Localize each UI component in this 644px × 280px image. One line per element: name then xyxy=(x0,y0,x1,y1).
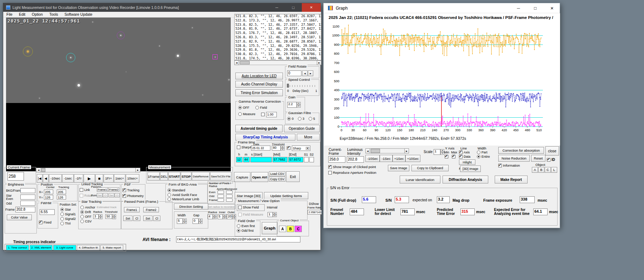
second-start-field[interactable] xyxy=(250,157,272,162)
field-rotate-value[interactable]: 0 xyxy=(287,70,301,76)
fwhm-fixed-checkbox[interactable]: Fixed xyxy=(39,221,51,224)
position-set-radio-icon[interactable] xyxy=(60,217,64,221)
object-button-b[interactable]: B xyxy=(538,167,544,173)
field-order-radio-icon[interactable] xyxy=(237,224,240,228)
playback-button-6[interactable]: ■ xyxy=(95,174,103,183)
frame-slider[interactable] xyxy=(36,168,140,172)
playback-button-4[interactable]: -1Fr xyxy=(74,174,83,183)
object-button-a[interactable]: A xyxy=(532,167,538,173)
maximize-button[interactable]: □ xyxy=(527,3,544,13)
checkbox-icon[interactable] xyxy=(238,213,242,216)
pixels-aperture-field[interactable] xyxy=(218,195,224,198)
playback-button-7[interactable]: 1Fr+ xyxy=(104,174,114,183)
tracking-threshold-spinner[interactable]: 50▲▼ xyxy=(105,214,116,219)
tracking-radius-spinner[interactable]: 3▲▼ xyxy=(93,214,103,219)
nav-button--10sec[interactable]: -10Sec xyxy=(365,155,380,162)
value[interactable]: 20 xyxy=(227,214,232,219)
id-checkbox[interactable]: ID xyxy=(547,158,555,162)
star-tracking-option-off[interactable]: OFF xyxy=(80,215,91,218)
gamma-value-field[interactable]: 1.00 xyxy=(266,112,277,117)
measure-button-savetocsv-file[interactable]: SaveToCSV-File xyxy=(210,172,231,181)
playback-button-9[interactable]: 10sec+ xyxy=(126,174,139,183)
width-spinner[interactable]: 5▲▼ xyxy=(177,218,187,224)
asteroid-guide-button[interactable]: Asteroid timing guide xyxy=(235,125,283,132)
pixels-aperture-field[interactable] xyxy=(218,191,224,194)
operation-guide-button[interactable]: Operation Guide xyxy=(284,125,320,132)
star-tracking-option-csv[interactable]: CSV xyxy=(80,220,92,223)
measure-button-stop[interactable]: STOP xyxy=(181,172,191,181)
checkbox-icon[interactable] xyxy=(80,188,83,192)
value[interactable]: 4 xyxy=(208,214,213,219)
radio-icon[interactable] xyxy=(238,106,242,109)
information-checkbox[interactable]: Information xyxy=(498,163,520,167)
value[interactable]: 0 xyxy=(193,218,199,224)
up-icon[interactable]: ▲ xyxy=(273,212,277,215)
value[interactable]: 5 xyxy=(218,214,223,219)
menu-option[interactable]: Option xyxy=(29,12,46,17)
make-report-button[interactable]: Make Report xyxy=(495,176,528,183)
threshold-value[interactable]: 80 xyxy=(272,146,281,151)
gaussian-filter-radio-icon[interactable] xyxy=(309,117,312,121)
close-button[interactable]: × xyxy=(544,3,560,13)
checkbox-icon[interactable] xyxy=(445,155,448,158)
s1-flag-field[interactable] xyxy=(304,157,309,162)
sharp-checkbox[interactable] xyxy=(287,146,291,150)
psf-photometry-checkbox[interactable]: Photometry xyxy=(123,194,144,198)
csv-scroll-thumb[interactable] xyxy=(240,61,250,64)
current-object-a[interactable]: A xyxy=(279,226,286,232)
up-icon[interactable]: ▲ xyxy=(183,218,187,221)
set-radius-button[interactable]: Set radius to recorded xyxy=(207,204,235,209)
value[interactable]: 50 xyxy=(105,214,112,219)
gaussian-filter-option-5[interactable]: 5 xyxy=(309,117,315,121)
close-button[interactable]: × xyxy=(302,3,321,12)
lunar-identification-button[interactable]: Lunar Identification xyxy=(400,176,440,183)
noise-reduction-button[interactable]: Noise Reduction xyxy=(498,155,530,162)
slider-right-icon[interactable]: ► xyxy=(135,168,140,172)
open-avi-button[interactable]: Open AVI xyxy=(251,172,268,182)
capture-button[interactable]: Capture xyxy=(234,172,250,182)
checkbox-icon[interactable] xyxy=(123,194,126,198)
show-field-checkbox[interactable]: Show Field xyxy=(238,206,259,209)
auto-location-led-button[interactable]: Auto Location for LED xyxy=(235,73,283,79)
graph-width-option-part[interactable]: Part xyxy=(477,151,488,154)
y-center-field[interactable]: 126 xyxy=(44,195,53,200)
interval-spinner[interactable]: 1▲▼ xyxy=(268,212,277,217)
copy-clipboard-button[interactable]: Copy to ClipBoard xyxy=(411,165,449,171)
nav-button--1sec[interactable]: -1Sec xyxy=(380,155,393,162)
up-icon[interactable]: ▲ xyxy=(213,214,217,217)
gain-spinner[interactable]: 2.2 ▲▼ xyxy=(287,102,301,108)
sharp-dropdown[interactable]: Sharp ▼ xyxy=(292,146,310,151)
gamma-measure-radio[interactable]: Measure xyxy=(238,112,255,116)
show-image-checkbox[interactable]: Show Image of Clicked point xyxy=(328,165,376,169)
menu-edit[interactable]: Edit xyxy=(16,12,29,17)
bkg-form-option-avoid-sunlit-face[interactable]: Avoid Sunlit Face xyxy=(168,193,197,197)
down-icon[interactable]: ▼ xyxy=(213,217,217,219)
checkbox-icon[interactable] xyxy=(328,165,332,169)
current-object-c[interactable]: C xyxy=(295,226,302,232)
bkg-form-radio-icon[interactable] xyxy=(168,197,171,201)
passed-frame1-button[interactable]: Frame1 xyxy=(124,207,140,212)
value[interactable]: 3 xyxy=(93,214,99,219)
line-data-checkbox[interactable]: Data xyxy=(459,155,470,158)
star-tracking-option-drift[interactable]: Drift xyxy=(80,210,91,214)
down-icon[interactable]: ▼ xyxy=(297,105,301,108)
checkbox-icon[interactable] xyxy=(498,164,502,167)
link-checkbox[interactable]: Link xyxy=(80,188,90,192)
object-button-c[interactable]: C xyxy=(545,167,551,173)
pixels-background-field[interactable] xyxy=(226,195,233,198)
bkg-form-option-meteor-lunar-limb[interactable]: Meteor/Lunar Limb xyxy=(168,197,199,201)
value[interactable]: 5 xyxy=(177,218,183,224)
position-set-radio-icon[interactable] xyxy=(60,222,64,225)
measure-button-1frame[interactable]: 1Frame xyxy=(148,172,160,181)
update-settings-button[interactable]: Update Setting Items xyxy=(264,192,308,199)
linked-frame2-button[interactable]: Frame2 xyxy=(108,187,119,192)
slider-left-icon[interactable]: ◄ xyxy=(36,168,41,172)
passed-frame2-button[interactable]: Frame2 xyxy=(143,207,159,212)
image-3d-button[interactable]: [3D] Image xyxy=(460,166,481,172)
minute-field[interactable]: 44 xyxy=(243,157,250,162)
star-image-3d-button[interactable]: Star Image [3D] xyxy=(235,192,263,199)
csv-data-list[interactable]: 521.0, 82.3, "", 12, 46, 26.6597, 26.828… xyxy=(234,14,321,60)
playback-button-2[interactable]: -10sec xyxy=(49,174,62,183)
timing-step-5[interactable]: 5. Make report xyxy=(100,245,123,250)
gaussian-filter-option-3[interactable]: 3 xyxy=(298,117,304,121)
